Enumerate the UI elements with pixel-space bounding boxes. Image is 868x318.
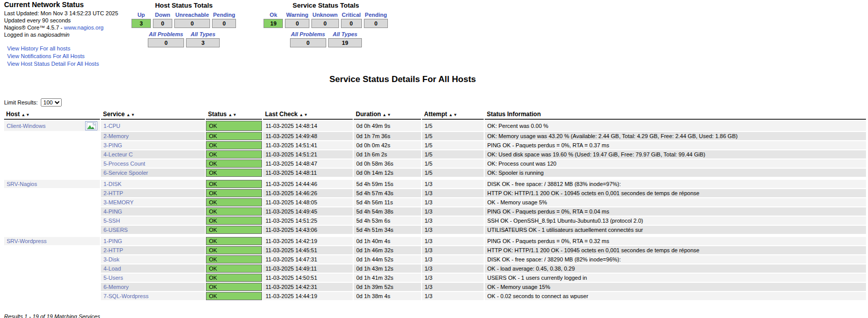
service-link[interactable]: 2-Memory [103,133,129,139]
service-link[interactable]: 7-SQL-Wordpress [103,293,148,299]
last-check-cell: 11-03-2025 14:51:25 [263,217,353,225]
nagios-website-link[interactable]: www.nagios.org [64,24,104,31]
host-col-link-unreachable[interactable]: Unreachable [175,12,209,18]
service-col-link-pending[interactable]: Pending [365,12,387,18]
host-cell [4,292,100,300]
status-cell: OK [206,141,262,149]
service-link[interactable]: 3-Disk [103,256,119,262]
sort-descending-icon[interactable]: ▼ [387,113,391,117]
service-link[interactable]: 5-Process Count [103,161,145,167]
service-cell: 1-DISK [101,180,205,188]
service-cell: 7-SQL-Wordpress [101,292,205,300]
service-link[interactable]: 5-SSH [103,218,120,224]
service-link[interactable]: 5-Users [103,275,123,281]
status-info-cell: OK - 0.02 seconds to connect as wpuser [485,292,866,300]
status-info-cell: PING OK - Paquets perdus = 0%, RTA = 0.3… [485,141,866,149]
sort-descending-icon[interactable]: ▼ [453,113,458,117]
status-info-cell: OK - Memory usage 5% [485,198,866,206]
service-col-link-unknown[interactable]: Unknown [312,12,338,18]
service-status-table: Host▲▼Service▲▼Status▲▼Last Check▲▼Durat… [3,109,867,301]
sort-descending-icon[interactable]: ▼ [131,113,136,117]
service-link[interactable]: 3-PING [103,142,122,148]
update-interval-text: Updated every 90 seconds [4,17,126,24]
service-link[interactable]: 6-Memory [103,284,129,290]
host-all-problems-count: 0 [148,38,184,47]
service-count-ok: 19 [264,19,283,28]
sort-ascending-icon[interactable]: ▲ [21,113,26,117]
service-row: 6-MemoryOK11-03-2025 14:42:310d 1h 39m 5… [4,283,866,291]
service-link[interactable]: 4-PING [103,208,122,215]
status-cell: OK [206,264,262,273]
service-link[interactable]: 2-HTTP [103,247,123,253]
status-cell: OK [206,150,262,158]
service-row: 7-SQL-WordpressOK11-03-2025 14:44:190d 1… [4,292,866,300]
attempt-cell: 1/3 [422,226,484,234]
broken-image-icon[interactable] [85,121,97,130]
service-row: 5-UsersOK11-03-2025 14:50:510d 1h 41m 32… [4,274,866,282]
service-col-link-warning[interactable]: Warning [286,12,308,18]
service-link[interactable]: 2-HTTP [103,190,123,196]
host-link[interactable]: SRV-Nagios [7,181,37,187]
attempt-cell: 1/3 [422,217,484,225]
sort-ascending-icon[interactable]: ▲ [228,113,233,117]
service-all-types-link[interactable]: All Types [333,31,358,37]
service-count-warning: 0 [285,19,309,28]
host-col-link-pending[interactable]: Pending [213,12,235,18]
service-row: 2-HTTPOK11-03-2025 14:46:265d 4h 57m 43s… [4,189,866,197]
service-row: 6-USERSOK11-03-2025 14:43:065d 4h 51m 34… [4,226,866,234]
attempt-cell: 1/5 [422,150,484,158]
status-cell: OK [206,189,262,197]
sort-descending-icon[interactable]: ▼ [26,113,31,117]
attempt-cell: 1/3 [422,246,484,254]
service-totals-title: Service Status Totals [261,2,390,9]
view-history-link[interactable]: View History For all hosts [7,45,126,52]
attempt-cell: 1/5 [422,169,484,177]
duration-cell: 0d 1h 38m 4s [354,292,421,300]
service-link[interactable]: 4-Load [103,266,121,272]
service-col-link-critical[interactable]: Critical [342,12,361,18]
service-row: 3-PINGOK11-03-2025 14:51:410d 0h 0m 42s1… [4,141,866,149]
service-row: 4-LoadOK11-03-2025 14:49:110d 1h 43m 12s… [4,264,866,273]
status-info-cell: UTILISATEURS OK - 1 utilisateurs actuell… [485,226,866,234]
host-all-table: All ProblemsAll Types03 [146,30,222,48]
sort-ascending-icon[interactable]: ▲ [449,113,453,117]
service-all-problems-link[interactable]: All Problems [291,31,325,37]
service-link[interactable]: 3-MEMORY [103,199,134,205]
network-status-title: Current Network Status [4,2,126,8]
status-info-cell: DISK OK - free space: / 38812 MB (83% in… [485,180,866,188]
host-all-problems-link[interactable]: All Problems [149,31,183,37]
host-col-link-down[interactable]: Down [155,12,170,18]
attempt-cell: 1/3 [422,180,484,188]
host-all-types-link[interactable]: All Types [191,31,216,37]
host-link[interactable]: Client-Windows [7,123,45,129]
limit-results-select[interactable]: 100 [41,98,62,107]
status-info-cell: PING OK - Paquets perdus = 0%, RTA = 0.0… [485,207,866,216]
last-check-cell: 11-03-2025 14:49:45 [263,207,353,216]
sort-ascending-icon[interactable]: ▲ [299,113,304,117]
host-cell [4,141,100,149]
sort-descending-icon[interactable]: ▼ [233,113,238,117]
service-link[interactable]: 1-PING [103,238,122,244]
service-link[interactable]: 1-DISK [103,181,121,187]
service-link[interactable]: 1-CPU [103,123,120,129]
service-count-pending: 0 [364,19,388,28]
service-counts-table: OkWarningUnknownCriticalPending190000 [261,11,390,29]
last-check-cell: 11-03-2025 14:49:48 [263,132,353,140]
host-link[interactable]: SRV-Wordpress [7,238,46,244]
sort-ascending-icon[interactable]: ▲ [126,113,131,117]
view-notifications-link[interactable]: View Notifications For All Hosts [7,53,126,60]
service-col-link-ok[interactable]: Ok [270,12,277,18]
host-col-link-up[interactable]: Up [138,12,145,18]
service-row: 5-SSHOK11-03-2025 14:51:255d 4h 53m 6s1/… [4,217,866,225]
sort-descending-icon[interactable]: ▼ [304,113,308,117]
service-link[interactable]: 4-Lecteur C [103,151,133,157]
status-cell: OK [206,237,262,245]
status-cell: OK [206,255,262,263]
column-header-status-information: Status Information [485,110,866,120]
service-cell: 6-Memory [101,283,205,291]
service-link[interactable]: 6-Service Spooler [103,170,148,176]
service-link[interactable]: 6-USERS [103,227,128,233]
view-host-status-detail-link[interactable]: View Host Status Detail For All Hosts [7,61,126,67]
host-cell [4,150,100,158]
sort-ascending-icon[interactable]: ▲ [382,113,387,117]
